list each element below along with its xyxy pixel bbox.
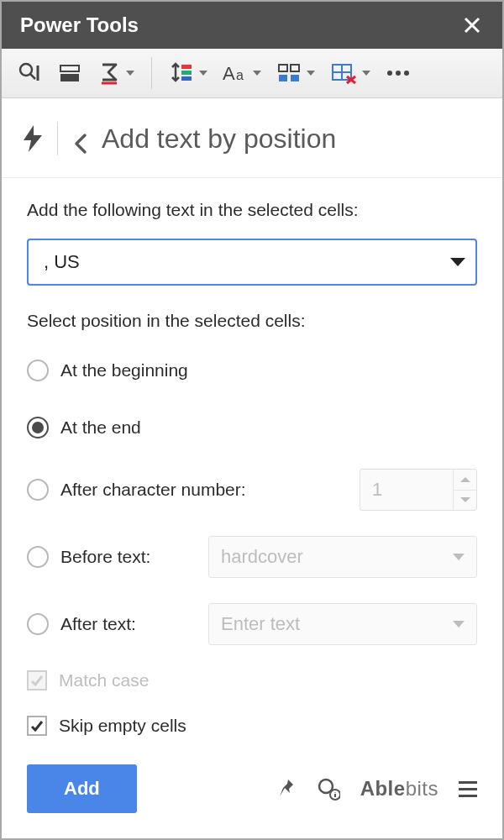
radio-at-end[interactable] (27, 417, 49, 438)
svg-text:a: a (236, 68, 244, 82)
toolbar-dedupe-button[interactable] (13, 55, 45, 91)
position-prompt-label: Select position in the selected cells: (27, 311, 477, 331)
toolbar-merge-button[interactable] (54, 55, 86, 91)
svg-text:A: A (223, 63, 235, 84)
check-row-match-case: Match case (27, 670, 477, 690)
separator (57, 122, 58, 155)
svg-rect-5 (60, 66, 79, 71)
footer: Add Ablebits (2, 743, 502, 838)
toolbar-text-dropdown[interactable]: A a (219, 55, 265, 91)
section-title: Add text by position (102, 123, 336, 155)
chevron-down-icon (253, 71, 261, 76)
radio-after-char[interactable] (27, 479, 49, 501)
table-clear-icon (330, 61, 357, 85)
svg-marker-26 (24, 125, 42, 152)
triangle-down-icon (460, 497, 470, 502)
check-label-skip-empty: Skip empty cells (59, 716, 186, 736)
radio-at-beginning[interactable] (27, 360, 49, 381)
position-radio-group: At the beginning At the end After charac… (27, 354, 477, 645)
toolbar-split-dropdown[interactable] (273, 55, 318, 91)
magnifier-key-icon (17, 60, 42, 86)
help-button[interactable] (317, 777, 340, 801)
hamburger-line (459, 795, 477, 797)
chevron-down-icon (199, 71, 207, 76)
svg-rect-15 (291, 65, 299, 71)
close-button[interactable] (460, 13, 484, 37)
app-frame: Power Tools (0, 0, 504, 840)
hamburger-line (459, 788, 477, 790)
svg-line-3 (30, 74, 35, 79)
hamburger-line (459, 781, 477, 784)
svg-rect-14 (279, 65, 287, 71)
magnifier-info-icon (317, 777, 340, 801)
check-icon (29, 673, 45, 688)
radio-row-before-text: Before text: hardcover (27, 536, 477, 578)
chevron-left-icon (73, 132, 88, 155)
bolt-icon (24, 125, 42, 152)
brand-bold: Able (360, 777, 406, 800)
svg-point-24 (396, 71, 401, 76)
sort-color-icon (169, 60, 194, 86)
toolbar-clear-dropdown[interactable] (327, 55, 374, 91)
back-button[interactable] (73, 132, 87, 145)
spin-up-button[interactable] (454, 470, 476, 491)
pin-button[interactable] (276, 778, 297, 800)
svg-point-2 (20, 64, 32, 76)
checkbox-skip-empty[interactable] (27, 716, 47, 736)
before-text-placeholder: hardcover (221, 546, 446, 568)
number-spinner (453, 470, 476, 510)
before-text-input[interactable]: hardcover (208, 536, 477, 578)
radio-row-beginning: At the beginning (27, 354, 477, 386)
check-icon (29, 718, 45, 733)
radio-after-text[interactable] (27, 613, 49, 635)
toolbar: A a (2, 49, 502, 98)
radio-label-before-text: Before text: (60, 547, 150, 567)
radio-row-after-text: After text: Enter text (27, 603, 477, 645)
radio-label-end: At the end (60, 417, 141, 438)
footer-right: Ablebits (276, 777, 477, 801)
triangle-up-icon (460, 477, 470, 482)
after-char-value: 1 (360, 470, 453, 510)
brand-label: Ablebits (360, 777, 438, 801)
toolbar-sort-dropdown[interactable] (165, 55, 211, 91)
chevron-down-icon (126, 71, 134, 76)
check-label-match-case: Match case (59, 670, 149, 690)
spin-down-button[interactable] (454, 491, 476, 511)
radio-row-after-char: After character number: 1 (27, 469, 477, 511)
check-row-skip-empty: Skip empty cells (27, 716, 477, 736)
svg-rect-17 (291, 75, 299, 81)
form-body: Add the following text in the selected c… (2, 178, 502, 743)
chevron-down-icon (453, 621, 465, 627)
svg-point-23 (387, 71, 392, 76)
toolbar-sum-dropdown[interactable] (94, 55, 138, 91)
radio-row-end: At the end (27, 412, 477, 444)
text-case-icon: A a (223, 61, 248, 85)
chevron-down-icon (307, 71, 315, 76)
radio-label-beginning: At the beginning (60, 360, 188, 381)
sigma-underline-icon (97, 61, 121, 85)
app-title: Power Tools (20, 13, 139, 37)
svg-rect-9 (181, 65, 192, 69)
text-to-add-input[interactable] (29, 251, 440, 273)
menu-button[interactable] (459, 781, 477, 797)
svg-rect-11 (181, 76, 192, 81)
text-prompt-label: Add the following text in the selected c… (27, 200, 477, 220)
toolbar-more-button[interactable] (382, 55, 414, 91)
close-icon (463, 16, 481, 34)
after-char-number-input[interactable]: 1 (360, 469, 477, 511)
brand-light: bits (406, 777, 438, 800)
svg-rect-10 (181, 71, 192, 75)
checkbox-match-case (27, 670, 47, 690)
svg-rect-16 (279, 75, 287, 81)
text-to-add-dropdown-arrow[interactable] (440, 258, 475, 266)
svg-point-25 (404, 71, 409, 76)
pin-icon (276, 778, 297, 800)
add-button[interactable]: Add (27, 764, 137, 813)
title-bar: Power Tools (2, 2, 502, 49)
toolbar-separator (151, 57, 152, 89)
after-text-input[interactable]: Enter text (208, 603, 477, 645)
text-to-add-combo[interactable] (27, 239, 477, 286)
radio-before-text[interactable] (27, 546, 49, 568)
merge-icon (57, 60, 82, 86)
chevron-down-icon (450, 258, 465, 266)
